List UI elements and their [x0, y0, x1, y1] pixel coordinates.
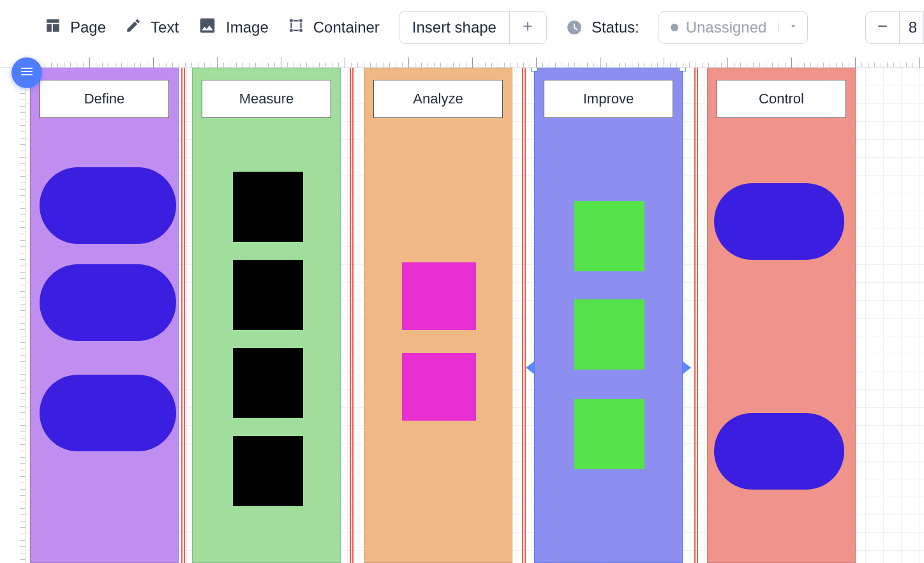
vertical-guide[interactable] [181, 68, 185, 563]
toolbar: Page Text Image Container Insert shape S… [0, 0, 924, 55]
vertical-guide[interactable] [350, 68, 354, 563]
selection-arrow-left[interactable] [526, 361, 534, 374]
status-value: Unassigned [686, 19, 767, 36]
clock-icon [566, 19, 583, 36]
terminator-shape[interactable] [714, 183, 844, 260]
status-dropdown[interactable]: Unassigned [659, 11, 808, 44]
page-button[interactable]: Page [45, 17, 106, 38]
page-icon [45, 17, 61, 38]
terminator-shape[interactable] [40, 167, 176, 244]
zoom-value[interactable]: 8 [899, 11, 923, 43]
status-dropdown-caret [778, 22, 807, 33]
insert-shape-plus-button[interactable] [509, 11, 546, 43]
plus-icon [521, 20, 534, 35]
column-analyze[interactable]: Analyze [364, 68, 512, 563]
menu-button[interactable] [11, 57, 42, 88]
vertical-guide[interactable] [522, 68, 526, 563]
column-control[interactable]: Control [707, 68, 856, 563]
vertical-guide[interactable] [694, 68, 698, 563]
ruler-vertical[interactable] [0, 55, 26, 563]
process-shape[interactable] [233, 260, 303, 330]
terminator-shape[interactable] [714, 413, 844, 490]
column-header-measure[interactable]: Measure [202, 80, 331, 118]
column-header-control[interactable]: Control [717, 80, 846, 118]
insert-shape-button[interactable]: Insert shape [399, 11, 509, 43]
process-shape[interactable] [233, 348, 303, 418]
ruler-horizontal[interactable] [26, 55, 924, 68]
hamburger-icon [19, 64, 34, 82]
container-icon [288, 17, 304, 38]
caret-down-icon [789, 22, 798, 33]
terminator-shape[interactable] [40, 264, 176, 341]
process-shape[interactable] [402, 353, 476, 421]
zoom-group: 8 [865, 11, 924, 44]
process-shape[interactable] [574, 399, 645, 469]
column-measure[interactable]: Measure [192, 68, 341, 563]
column-improve[interactable]: Improve [534, 68, 683, 563]
process-shape[interactable] [233, 436, 303, 506]
image-icon [198, 16, 217, 39]
selection-arrow-right[interactable] [683, 361, 691, 374]
image-button[interactable]: Image [198, 16, 269, 39]
status-dropdown-main: Unassigned [659, 19, 779, 36]
status-label: Status: [592, 19, 639, 36]
container-label: Container [313, 19, 380, 36]
canvas[interactable]: DefineMeasureAnalyzeImproveControl [26, 68, 924, 563]
process-shape[interactable] [574, 299, 645, 370]
container-button[interactable]: Container [288, 17, 380, 38]
selection-handle[interactable] [531, 68, 538, 71]
zoom-out-button[interactable] [866, 11, 899, 43]
minus-icon [876, 20, 889, 35]
process-shape[interactable] [402, 262, 476, 330]
status-block: Status: [566, 19, 639, 36]
column-header-define[interactable]: Define [40, 80, 169, 118]
edit-icon [125, 17, 142, 38]
text-label: Text [151, 19, 179, 36]
status-dot-icon [671, 24, 678, 31]
terminator-shape[interactable] [40, 375, 176, 451]
insert-shape-group: Insert shape [399, 11, 547, 44]
text-button[interactable]: Text [125, 17, 179, 38]
column-header-analyze[interactable]: Analyze [373, 80, 503, 118]
column-define[interactable]: Define [30, 68, 179, 563]
process-shape[interactable] [233, 172, 303, 242]
image-label: Image [226, 19, 269, 36]
column-header-improve[interactable]: Improve [544, 80, 673, 118]
selection-handle[interactable] [679, 68, 686, 71]
page-label: Page [70, 19, 106, 36]
process-shape[interactable] [574, 201, 645, 271]
